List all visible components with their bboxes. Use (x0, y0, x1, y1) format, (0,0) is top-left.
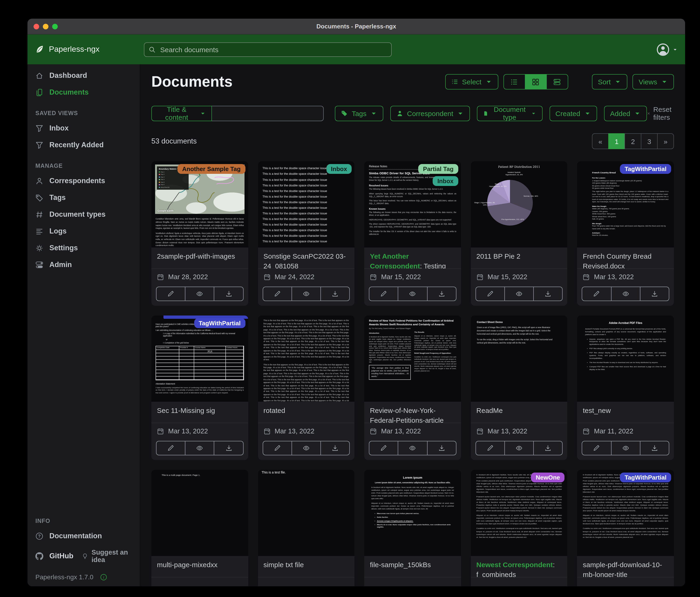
card-title[interactable]: file-sample_150kBs (370, 560, 455, 570)
tags-filter-button[interactable]: Tags (335, 106, 383, 121)
download-button[interactable] (215, 441, 243, 455)
document-card[interactable]: Contact Sheet DemoGiven a set of image f… (471, 316, 568, 460)
view-button[interactable] (611, 287, 640, 301)
page-button-2[interactable]: 2 (625, 134, 641, 149)
card-title[interactable]: Yet Another Correspondent: Testing Email (370, 252, 455, 269)
document-thumbnail[interactable]: Lorem ipsumLorem ipsum dolor sit amet, c… (364, 470, 461, 556)
card-title[interactable]: Sonstige ScanPC2022 03-24_081058 (264, 252, 349, 269)
tag-badge[interactable]: TagWithPartial (620, 473, 671, 483)
page-button-»[interactable]: » (657, 134, 674, 149)
edit-button[interactable] (263, 441, 292, 455)
document-thumbnail[interactable]: Patient BP Distribution 2011 Isolated Sy… (471, 162, 568, 248)
document-card[interactable]: This is a test file. simple txt file (258, 470, 354, 586)
user-menu-button[interactable] (656, 43, 678, 56)
document-thumbnail[interactable]: French Country Bread For the Leaven:1 he… (577, 162, 674, 248)
tag-badge[interactable]: Partial Tag (419, 164, 458, 174)
document-thumbnail[interactable]: Review of New York Federal Petitions for… (364, 316, 461, 402)
brand-link[interactable]: Paperless-ngx (35, 45, 144, 54)
download-button[interactable] (641, 287, 669, 301)
tag-badge[interactable]: Inbox (326, 164, 352, 174)
sidebar-item-tags[interactable]: Tags (27, 189, 140, 206)
view-button[interactable] (611, 441, 640, 455)
view-button[interactable] (185, 441, 214, 455)
sidebar-item-settings[interactable]: Settings (27, 240, 140, 256)
document-card[interactable]: This is a multi page document. Page 1. m… (151, 470, 248, 586)
document-thumbnail[interactable]: Release NotesSimba ODBC Driver for SQL S… (364, 162, 461, 248)
info-circle-icon[interactable]: i (100, 573, 107, 580)
card-title[interactable]: Newest Correspondent: f_combineds (476, 560, 562, 577)
search-input[interactable] (159, 45, 387, 54)
document-thumbnail[interactable]: In tincidunt elit id dignissim facilisis… (471, 470, 568, 556)
edit-button[interactable] (369, 287, 398, 301)
sidebar-item-admin[interactable]: Admin (27, 256, 140, 273)
sort-button[interactable]: Sort (592, 74, 627, 90)
document-card[interactable]: Boundary Waters Trip Day 1Day 2Day 3Day … (151, 162, 248, 306)
sidebar-item-documents[interactable]: Documents (27, 84, 140, 101)
edit-button[interactable] (476, 441, 505, 455)
view-grid-button[interactable] (525, 75, 547, 89)
card-title[interactable]: 2sample-pdf-with-images (157, 252, 243, 261)
document-card[interactable]: This is the text that appears on the fir… (258, 316, 354, 460)
document-card[interactable]: Patient BP Distribution 2011 Isolated Sy… (471, 162, 568, 306)
select-button[interactable]: Select (445, 74, 498, 90)
document-card[interactable]: French Country Bread For the Leaven:1 he… (577, 162, 674, 306)
close-button[interactable] (33, 24, 39, 29)
title-content-filter-input[interactable] (212, 106, 324, 121)
download-button[interactable] (427, 441, 456, 455)
document-thumbnail[interactable]: This is the text that appears on the fir… (258, 316, 354, 402)
document-card[interactable]: Release NotesSimba ODBC Driver for SQL S… (364, 162, 461, 306)
view-button[interactable] (185, 287, 214, 301)
created-filter-button[interactable]: Created (549, 106, 597, 121)
card-title[interactable]: Review-of-New-York-Federal-Petitions-art… (370, 406, 455, 423)
page-button-3[interactable]: 3 (641, 134, 658, 149)
download-button[interactable] (534, 441, 562, 455)
card-title[interactable]: 2011 BP Pie 2 (476, 252, 562, 261)
edit-button[interactable] (582, 441, 611, 455)
document-card[interactable]: This is a test for the double space char… (258, 162, 354, 306)
view-button[interactable] (398, 441, 427, 455)
edit-button[interactable] (582, 287, 611, 301)
view-button[interactable] (505, 441, 534, 455)
title-content-filter-button[interactable]: Title & content (151, 106, 212, 121)
tag-badge[interactable]: Another Sample Tag (177, 164, 245, 174)
card-title[interactable]: sample-pdf-download-10-mb-longer-title (583, 560, 668, 577)
card-title[interactable]: multi-page-mixedxx (157, 560, 243, 570)
card-title[interactable]: French Country Bread Revised.docx (583, 252, 668, 269)
document-thumbnail[interactable]: Adobe Acrobat PDF FilesAdobe® Portable D… (577, 316, 674, 402)
card-title[interactable]: Sec 11-Missing sig (157, 406, 243, 416)
edit-button[interactable] (156, 287, 185, 301)
document-card[interactable]: Review of New York Federal Petitions for… (364, 316, 461, 460)
minimize-button[interactable] (43, 24, 48, 29)
document-type-filter-button[interactable]: Document type (477, 106, 542, 121)
view-button[interactable] (398, 287, 427, 301)
views-button[interactable]: Views (633, 74, 674, 90)
edit-button[interactable] (263, 287, 292, 301)
document-thumbnail[interactable]: In tincidunt elit id dignissim facilisis… (577, 470, 674, 556)
document-thumbnail[interactable]: This is a multi page document. Page 1. (151, 470, 248, 556)
document-card[interactable]: Adobe Acrobat PDF FilesAdobe® Portable D… (577, 316, 674, 460)
view-button[interactable] (292, 441, 321, 455)
sidebar-item-dashboard[interactable]: Dashboard (27, 67, 140, 84)
view-button[interactable] (505, 287, 534, 301)
sidebar-item-github[interactable]: GitHub (27, 548, 76, 564)
document-thumbnail[interactable]: This is a test for the double space char… (258, 162, 354, 248)
added-filter-button[interactable]: Added (604, 106, 647, 121)
download-button[interactable] (641, 441, 669, 455)
correspondent-filter-button[interactable]: Correspondent (390, 106, 470, 121)
correspondent-link[interactable]: Newest Correspondent (476, 561, 553, 569)
view-button[interactable] (292, 287, 321, 301)
document-thumbnail[interactable]: Contact Sheet DemoGiven a set of image f… (471, 316, 568, 402)
sidebar-item-inbox[interactable]: Inbox (27, 120, 140, 137)
sidebar-item-recently-added[interactable]: Recently Added (27, 137, 140, 153)
page-button-1[interactable]: 1 (608, 134, 625, 149)
page-button-«[interactable]: « (592, 134, 609, 149)
card-title[interactable]: ReadMe (476, 406, 562, 416)
document-card[interactable]: Have you participated in CME activities … (151, 316, 248, 460)
edit-button[interactable] (369, 441, 398, 455)
sidebar-item-documentation[interactable]: ? Documentation (27, 528, 140, 544)
sidebar-item-logs[interactable]: Logs (27, 223, 140, 240)
sidebar-item-document-types[interactable]: Document types (27, 206, 140, 223)
view-details-button[interactable] (547, 75, 568, 89)
card-title[interactable]: simple txt file (264, 560, 349, 570)
tag-badge[interactable]: TagWithPartial (194, 318, 245, 328)
